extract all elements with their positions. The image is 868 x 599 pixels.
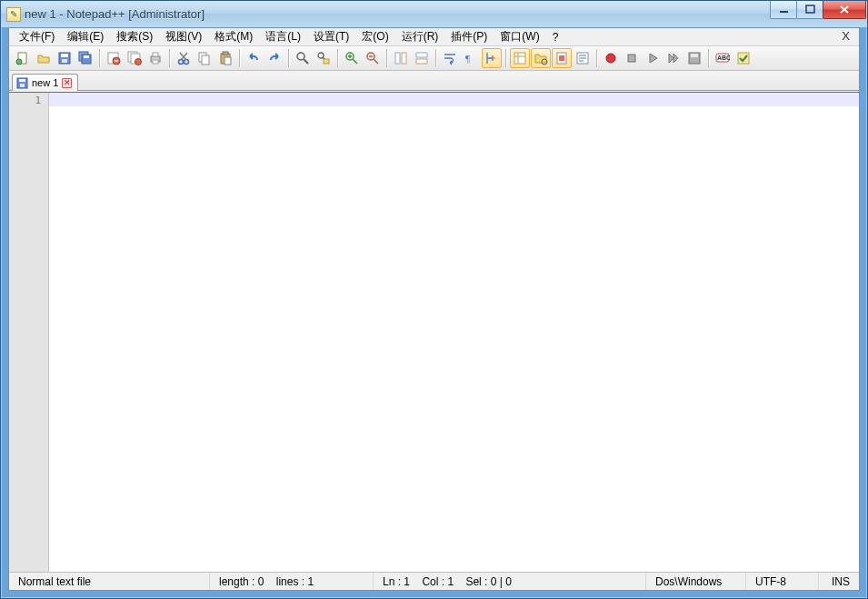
menu-macro[interactable]: 宏(O) <box>355 27 394 46</box>
menu-search[interactable]: 搜索(S) <box>110 27 159 46</box>
svg-rect-41 <box>628 55 635 62</box>
function-list-icon[interactable] <box>573 48 593 68</box>
zoom-in-icon[interactable] <box>342 48 362 68</box>
svg-rect-38 <box>559 55 564 61</box>
menu-plugins[interactable]: 插件(P) <box>444 27 494 46</box>
close-file-icon[interactable] <box>104 48 124 68</box>
svg-point-19 <box>185 60 189 65</box>
folder-tree-icon[interactable] <box>531 48 551 68</box>
macro-play-multi-icon[interactable] <box>663 48 683 68</box>
user-lang-icon[interactable] <box>510 48 530 68</box>
zoom-out-icon[interactable] <box>363 48 383 68</box>
svg-rect-43 <box>691 54 698 57</box>
redo-icon[interactable] <box>264 48 284 68</box>
close-all-icon[interactable] <box>125 48 145 68</box>
show-all-chars-icon[interactable]: ¶ <box>461 48 481 68</box>
macro-save-icon[interactable] <box>684 48 704 68</box>
status-ln: Ln : 1 <box>383 575 410 588</box>
menu-view[interactable]: 视图(V) <box>159 27 208 46</box>
line-gutter: 1 <box>9 93 49 572</box>
svg-point-18 <box>179 60 184 65</box>
sync-vertical-icon[interactable] <box>391 48 411 68</box>
svg-point-14 <box>135 59 142 65</box>
close-button[interactable] <box>823 1 866 19</box>
save-all-icon[interactable] <box>75 48 95 68</box>
status-sel: Sel : 0 | 0 <box>465 575 511 588</box>
status-eol[interactable]: Dos\Windows <box>645 573 745 590</box>
print-icon[interactable] <box>145 48 165 68</box>
svg-rect-23 <box>223 52 228 55</box>
undo-icon[interactable] <box>244 48 264 68</box>
maximize-button[interactable] <box>796 1 823 19</box>
svg-rect-9 <box>84 55 89 58</box>
svg-rect-30 <box>395 53 400 64</box>
toolbar-separator <box>505 49 506 67</box>
cut-icon[interactable] <box>174 48 194 68</box>
svg-rect-5 <box>61 54 68 57</box>
svg-rect-24 <box>224 57 231 65</box>
svg-rect-21 <box>202 55 209 65</box>
menubar-close-doc-button[interactable]: X <box>838 29 853 43</box>
status-col: Col : 1 <box>422 575 454 588</box>
tab-new-1[interactable]: new 1 ✕ <box>12 74 78 91</box>
menubar: 文件(F) 编辑(E) 搜索(S) 视图(V) 格式(M) 语言(L) 设置(T… <box>9 28 859 46</box>
menu-window[interactable]: 窗口(W) <box>494 27 545 46</box>
toolbar-separator <box>239 49 240 67</box>
svg-point-3 <box>16 59 22 65</box>
status-filetype: Normal text file <box>9 573 209 590</box>
doc-map-icon[interactable] <box>552 48 572 68</box>
status-insert-mode[interactable]: INS <box>818 573 859 590</box>
status-length-lines: length : 0 lines : 1 <box>209 573 373 590</box>
save-icon[interactable] <box>55 48 75 68</box>
text-area[interactable] <box>49 93 859 572</box>
editor: 1 <box>9 92 859 572</box>
svg-rect-33 <box>416 59 427 64</box>
macro-play-icon[interactable] <box>643 48 663 68</box>
status-lines: lines : 1 <box>276 575 314 588</box>
new-file-icon[interactable] <box>13 48 33 68</box>
open-file-icon[interactable] <box>34 48 54 68</box>
toolbar-separator <box>99 49 100 67</box>
svg-rect-32 <box>416 53 427 57</box>
menu-help[interactable]: ? <box>546 29 565 45</box>
svg-rect-46 <box>738 53 749 64</box>
menu-format[interactable]: 格式(M) <box>208 27 259 46</box>
menu-run[interactable]: 运行(R) <box>395 27 445 46</box>
status-cursor: Ln : 1 Col : 1 Sel : 0 | 0 <box>373 573 609 590</box>
indent-guides-icon[interactable] <box>482 48 502 68</box>
toolbar-separator <box>596 49 597 67</box>
toolbar-separator <box>435 49 436 67</box>
app-icon: ✎ <box>6 7 21 22</box>
menu-language[interactable]: 语言(L) <box>259 27 307 46</box>
toolbar-separator <box>169 49 170 67</box>
menu-file[interactable]: 文件(F) <box>13 27 61 46</box>
toolbar-separator <box>337 49 338 67</box>
svg-rect-17 <box>153 60 158 64</box>
menu-edit[interactable]: 编辑(E) <box>61 27 110 46</box>
minimize-button[interactable] <box>770 1 797 19</box>
find-icon[interactable] <box>293 48 313 68</box>
status-encoding[interactable]: UTF-8 <box>745 573 818 590</box>
tab-close-icon[interactable]: ✕ <box>62 78 72 88</box>
menu-settings[interactable]: 设置(T) <box>307 27 355 46</box>
toolbar-separator <box>708 49 709 67</box>
macro-stop-icon[interactable] <box>622 48 642 68</box>
titlebar[interactable]: ✎ new 1 - Notepad++ [Administrator] <box>1 1 867 27</box>
copy-icon[interactable] <box>195 48 215 68</box>
paste-icon[interactable] <box>215 48 235 68</box>
spellcheck-icon[interactable]: ABC <box>713 48 733 68</box>
toolbar: ¶ ABC <box>9 46 859 71</box>
svg-rect-49 <box>20 84 25 87</box>
replace-icon[interactable] <box>314 48 334 68</box>
sync-horizontal-icon[interactable] <box>412 48 432 68</box>
client-area: 文件(F) 编辑(E) 搜索(S) 视图(V) 格式(M) 语言(L) 设置(T… <box>8 27 860 591</box>
spellcheck-toggle-icon[interactable] <box>733 48 753 68</box>
toolbar-separator <box>288 49 289 67</box>
wordwrap-icon[interactable] <box>440 48 460 68</box>
macro-record-icon[interactable] <box>601 48 621 68</box>
disk-icon <box>16 77 28 89</box>
svg-text:¶: ¶ <box>465 53 470 64</box>
svg-rect-35 <box>514 53 525 64</box>
svg-rect-48 <box>19 79 25 82</box>
svg-rect-27 <box>324 59 329 64</box>
